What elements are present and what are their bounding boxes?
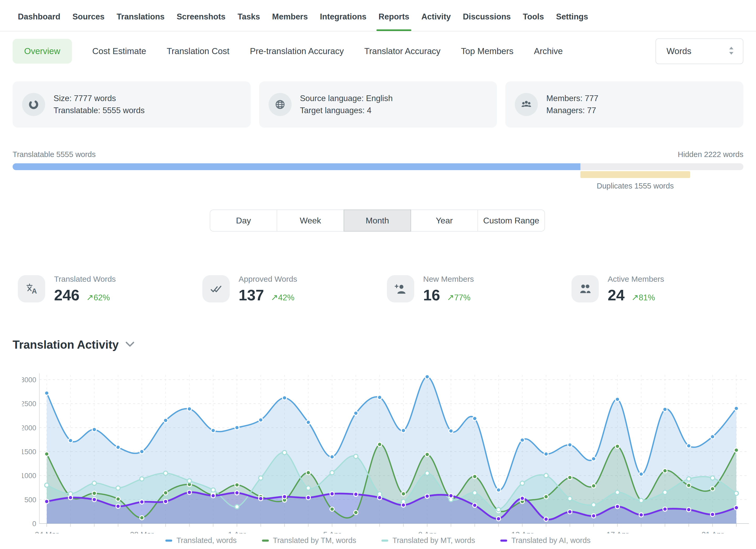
legend-item-translated-by-ai-words[interactable]: Translated by AI, words (500, 536, 591, 545)
people-icon (571, 275, 599, 302)
nav-divider (0, 31, 756, 32)
summary-line-1: Size: 7777 words (54, 92, 145, 104)
range-option-year[interactable]: Year (411, 210, 478, 232)
range-option-day[interactable]: Day (210, 210, 277, 232)
svg-text:21 Apr: 21 Apr (701, 530, 723, 534)
legend-item-translated-by-mt-words[interactable]: Translated by MT, words (381, 536, 475, 545)
svg-text:2000: 2000 (22, 424, 36, 432)
translatable-words-label: Translatable 5555 words (13, 150, 96, 159)
translation-activity-chart: 05001000150020002500300024 Mar28 Mar1 Ap… (22, 364, 751, 534)
report-tabs: OverviewCost EstimateTranslation CostPre… (13, 38, 563, 64)
legend-item-translated-words[interactable]: Translated, words (165, 536, 237, 545)
legend-label: Translated, words (176, 536, 237, 545)
hidden-words-label: Hidden 2222 words (678, 150, 743, 159)
stat-card-active-members: Active Members24↗81% (571, 273, 664, 304)
stat-label: Translated Words (54, 275, 116, 284)
unit-select[interactable]: Words (655, 38, 743, 64)
unit-select-value: Words (666, 46, 729, 56)
stat-label: New Members (423, 275, 474, 284)
nav-item-reports[interactable]: Reports (379, 9, 409, 24)
nav-item-integrations[interactable]: Integrations (320, 9, 366, 24)
nav-item-tasks[interactable]: Tasks (238, 9, 260, 24)
translatable-words-bar (13, 163, 580, 170)
nav-item-sources[interactable]: Sources (72, 9, 104, 24)
legend-swatch (500, 540, 507, 542)
report-tab-translation-cost[interactable]: Translation Cost (167, 39, 229, 64)
svg-text:5 Apr: 5 Apr (323, 530, 341, 534)
svg-text:1000: 1000 (22, 472, 36, 480)
nav-item-dashboard[interactable]: Dashboard (18, 9, 60, 24)
checks-icon (202, 275, 230, 302)
chart-legend: Translated, wordsTranslated by TM, words… (0, 536, 756, 545)
stat-card-approved-words: Approved Words137↗42% (202, 273, 297, 304)
svg-text:1 Apr: 1 Apr (228, 530, 246, 534)
stat-change: ↗77% (447, 292, 471, 302)
translation-activity-title: Translation Activity (13, 338, 119, 351)
svg-text:13 Apr: 13 Apr (511, 530, 533, 534)
trend-up-icon: ↗ (447, 292, 454, 302)
select-arrows-icon (729, 46, 734, 56)
legend-swatch (262, 540, 269, 542)
main-nav: DashboardSourcesTranslationsScreenshotsT… (18, 9, 588, 24)
legend-swatch (381, 540, 388, 542)
summary-line-1: Source language: English (300, 92, 393, 104)
trend-up-icon: ↗ (86, 292, 94, 302)
translate-icon: A (18, 275, 45, 302)
range-option-custom-range[interactable]: Custom Range (477, 210, 545, 232)
svg-text:3000: 3000 (22, 376, 36, 384)
report-tab-cost-estimate[interactable]: Cost Estimate (92, 39, 146, 64)
trend-up-icon: ↗ (271, 292, 278, 302)
stat-card-translated-words: ATranslated Words246↗62% (18, 273, 116, 304)
svg-text:A: A (32, 287, 37, 295)
summary-line-2: Target languages: 4 (300, 104, 393, 117)
duplicates-words-bar (580, 171, 690, 178)
report-tab-archive[interactable]: Archive (534, 39, 563, 64)
globe-icon (269, 93, 292, 116)
nav-item-discussions[interactable]: Discussions (463, 9, 511, 24)
summary-card: Members: 777Managers: 77 (505, 81, 743, 128)
nav-item-members[interactable]: Members (272, 9, 308, 24)
legend-label: Translated by MT, words (392, 536, 475, 545)
donut-icon (22, 93, 45, 116)
summary-line-2: Translatable: 5555 words (54, 104, 145, 117)
duplicates-words-label: Duplicates 1555 words (597, 182, 674, 190)
stat-label: Active Members (608, 275, 664, 284)
date-range-selector: DayWeekMonthYearCustom Range (210, 210, 545, 232)
stat-change: ↗42% (271, 292, 295, 302)
legend-label: Translated by AI, words (511, 536, 591, 545)
stat-card-new-members: New Members16↗77% (387, 273, 474, 304)
stat-change: ↗62% (86, 292, 110, 302)
report-tab-top-members[interactable]: Top Members (461, 39, 513, 64)
svg-text:24 Mar: 24 Mar (35, 530, 59, 534)
nav-item-tools[interactable]: Tools (523, 9, 544, 24)
nav-item-screenshots[interactable]: Screenshots (177, 9, 225, 24)
svg-text:0: 0 (32, 520, 36, 528)
svg-text:2500: 2500 (22, 400, 36, 408)
report-tab-translator-accuracy[interactable]: Translator Accuracy (364, 39, 440, 64)
nav-item-activity[interactable]: Activity (421, 9, 451, 24)
words-progress-track (13, 163, 743, 170)
svg-text:9 Apr: 9 Apr (418, 530, 436, 534)
group-icon (515, 93, 538, 116)
range-option-month[interactable]: Month (344, 210, 411, 232)
svg-text:17 Apr: 17 Apr (606, 530, 628, 534)
legend-item-translated-by-tm-words[interactable]: Translated by TM, words (262, 536, 356, 545)
summary-card: Size: 7777 wordsTranslatable: 5555 words (13, 81, 251, 128)
nav-item-settings[interactable]: Settings (556, 9, 588, 24)
report-tab-pre-translation-accuracy[interactable]: Pre-translation Accuracy (250, 39, 344, 64)
person-plus-icon (387, 275, 414, 302)
stat-value: 246 (54, 286, 80, 304)
legend-label: Translated by TM, words (273, 536, 356, 545)
svg-text:500: 500 (24, 496, 36, 504)
stat-value: 24 (608, 286, 625, 304)
range-option-week[interactable]: Week (277, 210, 344, 232)
nav-item-translations[interactable]: Translations (117, 9, 165, 24)
stat-value: 16 (423, 286, 440, 304)
chevron-down-icon[interactable] (125, 341, 134, 348)
summary-line-1: Members: 777 (546, 92, 598, 104)
svg-text:28 Mar: 28 Mar (130, 530, 154, 534)
report-tab-overview[interactable]: Overview (13, 39, 72, 64)
legend-swatch (165, 540, 172, 542)
project-summary-cards: Size: 7777 wordsTranslatable: 5555 words… (13, 81, 743, 128)
svg-text:1500: 1500 (22, 448, 36, 456)
